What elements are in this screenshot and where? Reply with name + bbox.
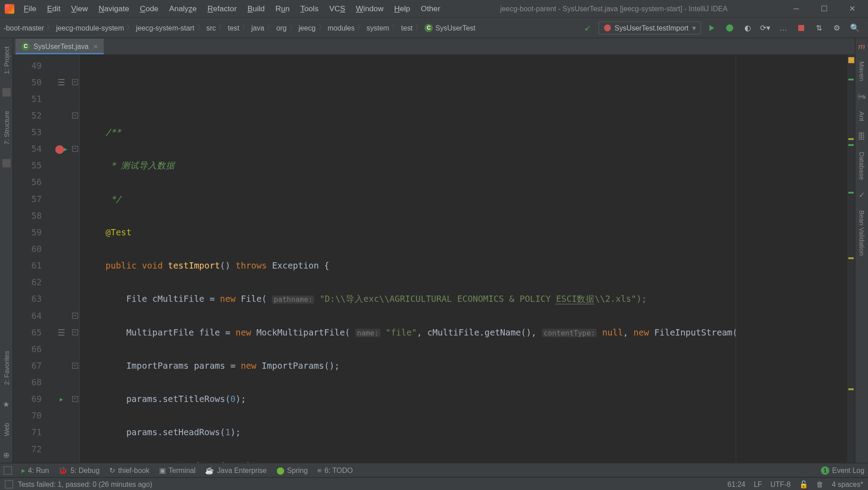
tool-bean-validation[interactable]: Bean Validation (858, 207, 865, 258)
crumb-modules[interactable]: modules (326, 22, 356, 33)
crumb-class-label: SysUserTest (435, 23, 475, 32)
tool-todo[interactable]: ≡6: TODO (317, 466, 353, 475)
tool-structure[interactable]: 7: Structure (3, 109, 10, 147)
readonly-toggle-icon[interactable]: 🔓 (799, 480, 808, 488)
minimize-icon[interactable]: ─ (783, 0, 810, 17)
tool-thief[interactable]: ↻thief-book (109, 466, 150, 475)
menu-refactor[interactable]: Refactor (203, 2, 241, 16)
mem-indicator-icon[interactable]: 🗑 (816, 480, 823, 488)
fold-toggle-icon[interactable]: − (72, 146, 78, 152)
crumb-java[interactable]: java (250, 22, 266, 33)
crumb-testpkg[interactable]: test (400, 22, 414, 33)
tab-close-icon[interactable]: × (93, 42, 98, 51)
bookmark-icon[interactable]: ☰ (53, 74, 71, 90)
code-content[interactable]: /** * 测试导入数据 */ @Test public void testIm… (80, 55, 846, 463)
tab-label: SysUserTest.java (33, 42, 89, 50)
toolbar-right: ↙ ⬤ SysUserTest.testImport ▾ ◐ ⟳▾ … ⇅ ⚙ … (581, 21, 866, 35)
error-stripe[interactable] (846, 55, 855, 463)
main-menu: File Edit View Navigate Code Analyze Ref… (19, 2, 445, 16)
fold-toggle-icon[interactable]: − (72, 396, 78, 402)
run-test-icon[interactable]: ⬤▸ (53, 141, 71, 157)
tool-favorites[interactable]: 2: Favorites (3, 349, 10, 388)
close-icon[interactable]: ✕ (839, 0, 866, 17)
menu-file[interactable]: File (19, 2, 41, 16)
code-text: testImport (168, 261, 220, 270)
settings-icon[interactable]: ⚙ (830, 21, 844, 35)
file-encoding[interactable]: UTF-8 (770, 480, 791, 488)
code-text: @Test (85, 228, 131, 237)
structure-icon[interactable] (2, 159, 11, 168)
back-nav-icon[interactable]: ↙ (581, 21, 595, 35)
search-icon[interactable]: 🔍 (848, 21, 862, 35)
menu-other[interactable]: Other (416, 2, 445, 16)
menu-navigate[interactable]: Navigate (94, 2, 134, 16)
breadcrumb: -boot-master〉 jeecg-module-system〉 jeecg… (2, 22, 580, 33)
bean-validation-icon[interactable]: ✓ (859, 190, 865, 199)
run-button[interactable] (705, 21, 719, 35)
bottom-tool-bar: ▸4: Run 🐞5: Debug ↻thief-book ▣Terminal … (0, 463, 868, 477)
fold-toggle-icon[interactable]: − (72, 79, 78, 85)
status-tool-icon[interactable] (5, 480, 13, 488)
menu-code[interactable]: Code (135, 2, 163, 16)
tool-javaee[interactable]: ☕Java Enterprise (205, 466, 267, 475)
crumb-start[interactable]: jeecg-system-start (135, 22, 196, 33)
web-icon[interactable]: ⊕ (3, 450, 10, 459)
tool-project[interactable]: 1: Project (3, 44, 10, 76)
debug-button[interactable] (722, 21, 737, 35)
maven-icon[interactable]: m (858, 42, 865, 51)
crumb-test[interactable]: test (227, 22, 240, 33)
database-icon[interactable]: 🗄 (858, 132, 865, 141)
attach-button[interactable]: … (776, 21, 791, 35)
tool-maven[interactable]: Maven (858, 59, 865, 83)
menu-tools[interactable]: Tools (296, 2, 323, 16)
crumb-root[interactable]: -boot-master (2, 22, 45, 33)
tool-spring[interactable]: ⬤Spring (276, 466, 308, 475)
git-update-icon[interactable]: ⇅ (812, 21, 826, 35)
crumb-src[interactable]: src (205, 22, 217, 33)
indent-info[interactable]: 4 spaces* (832, 480, 863, 488)
folder-icon[interactable] (2, 88, 11, 97)
tool-window-icon[interactable] (4, 466, 12, 475)
event-log[interactable]: 1 Event Log (821, 466, 864, 475)
menu-window[interactable]: Window (351, 2, 388, 16)
tool-debug[interactable]: 🐞5: Debug (58, 466, 99, 475)
tool-database[interactable]: Database (858, 149, 865, 182)
caret-position[interactable]: 61:24 (727, 480, 745, 488)
tool-terminal[interactable]: ▣Terminal (159, 466, 196, 475)
code-text: * 测试导入数据 (85, 161, 174, 170)
tool-run[interactable]: ▸4: Run (22, 466, 49, 475)
menu-build[interactable]: Build (243, 2, 270, 16)
stop-button[interactable] (794, 21, 808, 35)
ant-icon[interactable]: 🐜 (857, 92, 866, 101)
param-hint: pathname: (272, 296, 314, 304)
run-test-icon-2[interactable]: ▸ (53, 391, 71, 407)
crumb-system[interactable]: system (365, 22, 391, 33)
crumb-class[interactable]: CSysUserTest (423, 22, 477, 33)
crumb-module[interactable]: jeecg-module-system (55, 22, 125, 33)
star-icon[interactable]: ★ (3, 399, 10, 408)
tool-ant[interactable]: Ant (858, 109, 865, 124)
coverage-button[interactable]: ◐ (740, 21, 755, 35)
menu-vcs[interactable]: VCS (325, 2, 350, 16)
app-logo-icon (5, 4, 14, 13)
maximize-icon[interactable]: ☐ (811, 0, 838, 17)
crumb-org[interactable]: org (275, 22, 288, 33)
code-editor[interactable]: 49505152 53545556 57585960 61626364 6566… (13, 55, 855, 463)
tool-web[interactable]: Web (3, 420, 10, 438)
menu-view[interactable]: View (67, 2, 93, 16)
navigation-bar: -boot-master〉 jeecg-module-system〉 jeecg… (0, 18, 868, 38)
fold-toggle-icon[interactable]: − (72, 113, 78, 119)
crumb-jeecg[interactable]: jeecg (298, 22, 317, 33)
fold-toggle-icon[interactable]: − (72, 363, 78, 369)
fold-toggle-icon[interactable]: − (72, 329, 78, 335)
line-separator[interactable]: LF (754, 480, 762, 488)
menu-edit[interactable]: Edit (42, 2, 65, 16)
bookmark-icon-2[interactable]: ☰ (53, 324, 71, 340)
profile-button[interactable]: ⟳▾ (758, 21, 773, 35)
menu-run[interactable]: Run (271, 2, 294, 16)
menu-help[interactable]: Help (389, 2, 415, 16)
menu-analyze[interactable]: Analyze (165, 2, 202, 16)
tab-sysusertest[interactable]: C SysUserTest.java × (15, 39, 104, 54)
fold-toggle-icon[interactable]: − (72, 313, 78, 318)
run-config-selector[interactable]: ⬤ SysUserTest.testImport ▾ (598, 21, 701, 34)
